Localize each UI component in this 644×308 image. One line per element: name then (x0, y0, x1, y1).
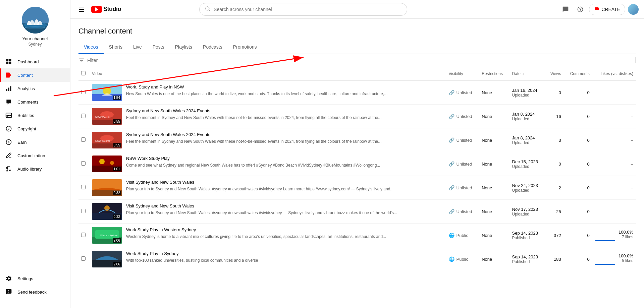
visibility-label: Unlisted (457, 185, 472, 190)
video-description: New South Wales is one of the best place… (126, 91, 443, 97)
sidebar-item-comments[interactable]: Comments (0, 95, 70, 109)
likes-dash: – (631, 162, 633, 167)
sidebar-item-earn[interactable]: $ Earn (0, 135, 70, 149)
col-checkbox (78, 67, 89, 81)
likes-cell: – (592, 200, 636, 224)
tab-live[interactable]: Live (128, 41, 147, 54)
channel-info: Your channel Sydney (0, 0, 70, 52)
video-thumbnail: NSW Events 0:55 (92, 132, 122, 148)
tab-posts[interactable]: Posts (147, 41, 170, 54)
row-checkbox[interactable] (81, 90, 86, 94)
col-date[interactable]: Date ↓ (509, 67, 545, 81)
video-title[interactable]: Work Study Play in Western Sydney (126, 227, 443, 233)
select-all-checkbox[interactable] (81, 71, 86, 75)
video-title[interactable]: Visit Sydney and New South Wales (126, 179, 443, 185)
search-bar[interactable] (199, 3, 407, 16)
restrictions-cell: None (479, 81, 509, 105)
feedback-icon (5, 289, 12, 295)
date-sub: Uploaded (512, 164, 543, 169)
video-info: Work Study Play in Western Sydney Wester… (126, 227, 443, 240)
comments-cell: 0 (564, 224, 592, 247)
filter-input[interactable] (87, 58, 634, 63)
visibility-icon: 🔗 (449, 114, 454, 119)
sidebar-item-label: Analytics (17, 86, 35, 91)
row-checkbox[interactable] (81, 114, 86, 118)
video-duration: 2:06 (113, 262, 121, 266)
studio-text: Studio (103, 6, 121, 13)
table-row: NSW Events 0:55 Sydney and New South Wal… (78, 128, 636, 152)
youtube-studio-logo[interactable]: Studio (91, 6, 121, 13)
restrictions-cell: None (479, 224, 509, 247)
sidebar-item-customization[interactable]: Customization (0, 149, 70, 162)
sidebar-item-dashboard[interactable]: Dashboard (0, 55, 70, 68)
help-button[interactable] (574, 3, 586, 15)
sidebar-item-analytics[interactable]: Analytics (0, 82, 70, 95)
likes-cell: 100.0% 7 likes (595, 230, 633, 241)
search-input[interactable] (214, 7, 401, 12)
customization-icon (5, 152, 12, 159)
sidebar-item-copyright[interactable]: C Copyright (0, 122, 70, 135)
topbar-right: CREATE (559, 3, 639, 15)
row-checkbox[interactable] (81, 233, 86, 237)
user-avatar[interactable] (628, 4, 639, 15)
row-checkbox[interactable] (81, 161, 86, 166)
video-title[interactable]: Sydney and New South Wales 2024 Events (126, 108, 443, 114)
sidebar-item-send-feedback[interactable]: Send feedback (0, 285, 70, 299)
video-title[interactable]: Sydney and New South Wales 2024 Events (126, 132, 443, 138)
tab-videos[interactable]: Videos (78, 41, 104, 54)
sidebar-nav: Dashboard Content Analytics Comments Sub… (0, 52, 70, 269)
table-row: Western Sydney 2:06 Work Study Play in W… (78, 224, 636, 247)
date-value: Sep 14, 2023 (512, 231, 543, 236)
row-checkbox[interactable] (81, 185, 86, 189)
restrictions-cell: None (479, 200, 509, 224)
col-video: Video (89, 67, 446, 81)
restrictions-cell: None (479, 176, 509, 200)
row-checkbox[interactable] (81, 256, 86, 261)
video-title[interactable]: Visit Sydney and New South Wales (126, 203, 443, 209)
row-checkbox[interactable] (81, 137, 86, 142)
video-title[interactable]: Work, Study and Play in NSW (126, 84, 443, 90)
col-comments: Comments (564, 67, 592, 81)
video-duration: 0:32 (113, 214, 121, 219)
sidebar-item-subtitles[interactable]: Subtitles (0, 109, 70, 122)
video-description: Feel the moment in Sydney and New South … (126, 115, 443, 121)
video-cell: 2:06 Work Study Play in Sydney With top-… (92, 251, 443, 267)
col-views: Views (545, 67, 564, 81)
video-description: Plan your trip to Sydney and New South W… (126, 186, 443, 192)
sidebar-item-label: Send feedback (17, 290, 47, 295)
date-cell: Jan 16, 2024 Uploaded (509, 81, 545, 105)
video-title[interactable]: Work Study Play in Sydney (126, 251, 443, 257)
sidebar-item-audio-library[interactable]: Audio library (0, 162, 70, 176)
svg-text:NSW Events: NSW Events (95, 116, 110, 119)
svg-rect-5 (6, 62, 9, 64)
sidebar-footer: Settings Send feedback (0, 269, 70, 301)
video-cell: 1:01 NSW Work Study Play Come and see wh… (92, 156, 443, 172)
tab-podcasts[interactable]: Podcasts (198, 41, 228, 54)
menu-button[interactable]: ☰ (76, 3, 87, 16)
sidebar-item-settings[interactable]: Settings (0, 272, 70, 285)
comments-button[interactable] (559, 3, 572, 15)
tab-shorts[interactable]: Shorts (104, 41, 128, 54)
row-checkbox[interactable] (81, 209, 86, 213)
visibility-label: Public (457, 257, 468, 262)
filter-icon[interactable] (78, 57, 85, 63)
tab-playlists[interactable]: Playlists (170, 41, 198, 54)
video-thumbnail: 0:32 (92, 179, 122, 196)
sidebar-item-label: Copyright (17, 126, 36, 131)
channel-avatar[interactable] (22, 7, 49, 34)
comments-icon (5, 99, 12, 105)
video-info: Visit Sydney and New South Wales Plan yo… (126, 203, 443, 216)
visibility-cell: 🔗 Unlisted (449, 185, 477, 190)
video-thumbnail: 1:01 (92, 156, 122, 172)
likes-cell: – (592, 105, 636, 128)
filter-bar (78, 54, 636, 67)
restrictions-cell: None (479, 105, 509, 128)
create-button[interactable]: CREATE (589, 4, 625, 15)
visibility-label: Unlisted (457, 138, 472, 143)
video-title[interactable]: NSW Work Study Play (126, 156, 443, 162)
comments-cell: 0 (564, 81, 592, 105)
tab-promotions[interactable]: Promotions (228, 41, 262, 54)
likes-cell: – (592, 176, 636, 200)
sidebar-item-content[interactable]: Content (0, 68, 70, 82)
visibility-cell: 🔗 Unlisted (449, 114, 477, 119)
